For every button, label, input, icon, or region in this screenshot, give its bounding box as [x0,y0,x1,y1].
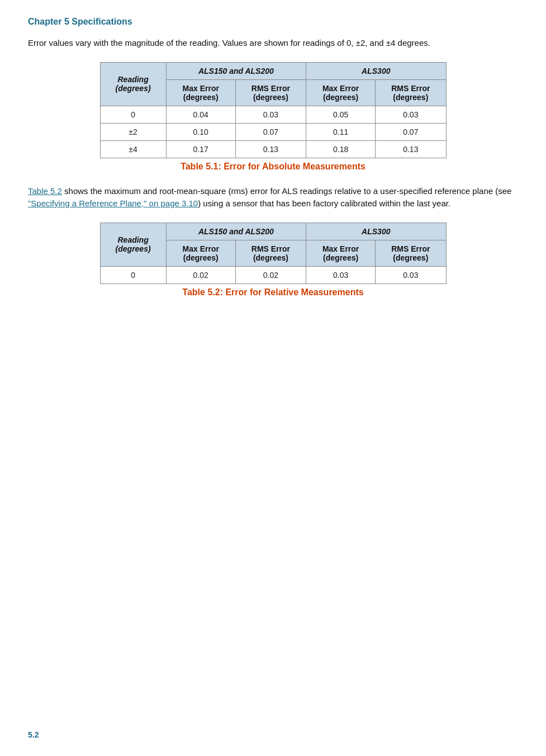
table2-group-row: Reading (degrees) ALS150 and ALS200 ALS3… [100,223,446,240]
table1-col2-header: RMS Error (degrees) [235,79,306,106]
table1-group2-header: ALS300 [306,62,446,79]
data-cell: 0.02 [235,266,306,284]
data-cell: 0.13 [376,140,446,158]
data-cell: 0.17 [166,140,235,158]
table1-group1-header: ALS150 and ALS200 [166,62,306,79]
table2-reading-header: Reading (degrees) [100,223,166,266]
table-row: ±20.100.070.110.07 [100,123,446,140]
reading-cell: ±2 [100,123,166,140]
between-text3: ) using a sensor that has been factory c… [198,199,450,208]
intro-text: Error values vary with the magnitude of … [28,37,518,50]
table2-col4-header: RMS Error (degrees) [376,240,446,266]
table2-caption: Table 5.2: Error for Relative Measuremen… [28,287,518,297]
reading-cell: 0 [100,106,166,123]
table-row: ±40.170.130.180.13 [100,140,446,158]
table1-col3-header: Max Error (degrees) [306,79,376,106]
data-cell: 0.10 [166,123,235,140]
page-number: 5.2 [28,730,39,739]
data-cell: 0.03 [376,266,446,284]
table1-group-row: Reading (degrees) ALS150 and ALS200 ALS3… [100,62,446,79]
table2-col3-header: Max Error (degrees) [306,240,376,266]
table52-link[interactable]: Table 5.2 [28,186,62,196]
data-cell: 0.05 [306,106,376,123]
data-cell: 0.13 [235,140,306,158]
table-row: 00.040.030.050.03 [100,106,446,123]
data-cell: 0.03 [235,106,306,123]
between-text2: shows the maximum and root-mean-square (… [62,186,512,196]
table1-reading-header: Reading (degrees) [100,62,166,106]
table1: Reading (degrees) ALS150 and ALS200 ALS3… [100,62,447,158]
table2: Reading (degrees) ALS150 and ALS200 ALS3… [100,223,447,284]
data-cell: 0.02 [166,266,235,284]
data-cell: 0.07 [235,123,306,140]
between-tables-text: Table 5.2 shows the maximum and root-mea… [28,185,518,210]
chapter-heading: Chapter 5 Specifications [28,17,518,27]
data-cell: 0.11 [306,123,376,140]
table-row: 00.020.020.030.03 [100,266,446,284]
table2-wrapper: Reading (degrees) ALS150 and ALS200 ALS3… [28,223,518,284]
table2-group1-header: ALS150 and ALS200 [166,223,306,240]
table1-wrapper: Reading (degrees) ALS150 and ALS200 ALS3… [28,62,518,158]
data-cell: 0.03 [376,106,446,123]
table2-col1-header: Max Error (degrees) [166,240,235,266]
reading-cell: ±4 [100,140,166,158]
table1-col1-header: Max Error (degrees) [166,79,235,106]
table1-caption: Table 5.1: Error for Absolute Measuremen… [28,162,518,172]
table1-col4-header: RMS Error (degrees) [376,79,446,106]
data-cell: 0.18 [306,140,376,158]
reference-link[interactable]: "Specifying a Reference Plane," on page … [28,199,198,208]
data-cell: 0.03 [306,266,376,284]
data-cell: 0.04 [166,106,235,123]
data-cell: 0.07 [376,123,446,140]
table2-group2-header: ALS300 [306,223,446,240]
table2-col2-header: RMS Error (degrees) [235,240,306,266]
reading-cell: 0 [100,266,166,284]
